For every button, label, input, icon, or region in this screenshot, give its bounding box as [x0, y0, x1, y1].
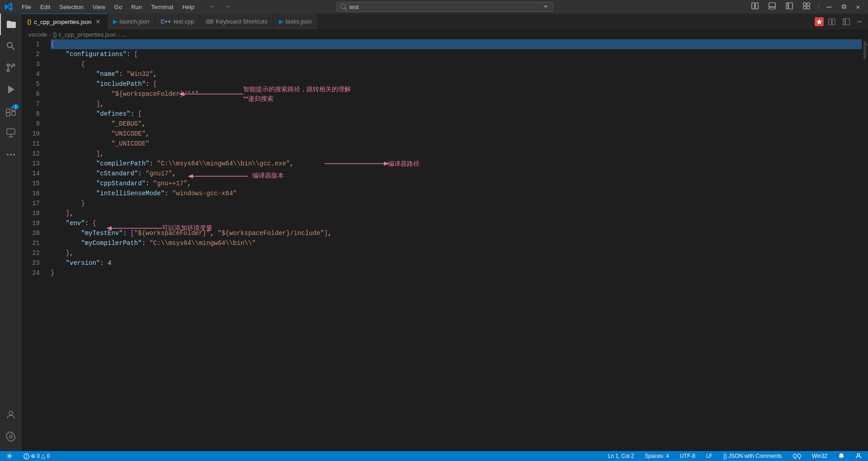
status-position[interactable]: Ln 1, Col 2 [605, 451, 637, 461]
status-platform[interactable]: Win32 [809, 451, 830, 461]
activity-more[interactable] [0, 144, 22, 165]
split-view-button[interactable] [826, 17, 838, 26]
code-line-2: "configurations": [ [51, 49, 862, 59]
breadcrumb-more[interactable]: ... [122, 31, 127, 38]
status-errors[interactable]: ⊕ 0 △ 0 [21, 451, 52, 461]
remote-status-icon [6, 453, 13, 459]
more-actions-button[interactable]: ⋯ [854, 16, 864, 27]
activity-extensions[interactable]: 1 [0, 100, 22, 122]
notification-icon [838, 453, 844, 459]
code-line-23: "version": 4 [51, 258, 862, 268]
menu-edit[interactable]: Edit [37, 3, 54, 11]
line-num-4: 4 [22, 69, 45, 79]
tab-cpp-props-close[interactable]: ✕ [94, 18, 102, 26]
editor-area: {} c_cpp_properties.json ✕ ▶ launch.json… [22, 14, 868, 451]
gear-icon [5, 431, 16, 442]
svg-rect-0 [752, 3, 755, 9]
activity-source-control[interactable] [0, 57, 22, 79]
status-language[interactable]: {} JSON with Comments [721, 451, 784, 461]
line-num-23: 23 [22, 258, 45, 268]
tab-cpp-props[interactable]: {} c_cpp_properties.json ✕ [22, 14, 108, 29]
git-icon [5, 62, 16, 73]
code-line-20: "myTestEnv": ["${workspaceFolder}", "${w… [51, 228, 862, 238]
status-eol[interactable]: LF [703, 451, 715, 461]
line-num-16: 16 [22, 188, 45, 198]
status-bar-right: Ln 1, Col 2 Spaces: 4 UTF-8 LF {} JSON w… [605, 451, 865, 461]
menu-file[interactable]: File [18, 3, 35, 11]
search-bar[interactable] [336, 2, 553, 12]
code-editor[interactable]: 1 2 3 4 5 6 7 8 9 10 11 12 13 14 15 16 1… [22, 39, 868, 451]
svg-point-36 [26, 457, 27, 457]
breadcrumb-vscode[interactable]: .vscode [27, 31, 47, 38]
code-line-8: "defines": [ [51, 109, 862, 119]
search-dropdown-icon[interactable] [543, 4, 549, 10]
svg-point-21 [10, 154, 12, 155]
debug-icon [5, 84, 16, 95]
line-num-18: 18 [22, 208, 45, 218]
status-notifications[interactable] [835, 451, 847, 461]
breadcrumb-sep-1: › [49, 31, 51, 38]
tab-actions: ⋯ [815, 14, 868, 29]
activity-remote[interactable] [0, 122, 22, 144]
maximize-button[interactable]: ⧉ [838, 2, 850, 11]
nav-forward-button[interactable]: → [221, 2, 233, 12]
svg-rect-8 [803, 6, 806, 9]
toggle-panel-button[interactable] [765, 1, 779, 12]
activity-run-debug[interactable] [0, 79, 22, 100]
main-container: 1 {} c_cpp_properties.json ✕ [0, 14, 868, 451]
tab-launch-label: launch.json [120, 18, 150, 25]
menu-view[interactable]: View [89, 3, 109, 11]
status-qq[interactable]: QQ [790, 451, 804, 461]
line-num-14: 14 [22, 169, 45, 179]
code-line-7: ], [51, 99, 862, 109]
search-input[interactable] [349, 4, 540, 10]
tab-launch[interactable]: ▶ launch.json [108, 14, 156, 29]
svg-rect-27 [843, 19, 845, 25]
svg-rect-3 [769, 7, 775, 9]
extension-badge[interactable] [815, 17, 824, 26]
code-line-22: }, [51, 248, 862, 258]
tab-json-icon: {} [27, 19, 31, 25]
toggle-sidebar-button[interactable] [782, 1, 797, 12]
menu-help[interactable]: Help [179, 3, 198, 11]
minimize-button[interactable]: — [823, 1, 835, 12]
line-num-7: 7 [22, 99, 45, 109]
error-icon [24, 453, 29, 459]
status-encoding[interactable]: UTF-8 [677, 451, 698, 461]
tab-tasks[interactable]: ▶ tasks.json [274, 14, 318, 29]
status-account-bottom[interactable] [853, 451, 864, 461]
activity-search[interactable] [0, 35, 22, 57]
tab-test-cpp[interactable]: C++ test.cpp [155, 14, 200, 29]
menu-go[interactable]: Go [111, 3, 126, 11]
title-bar: File Edit Selection View Go Run Terminal… [0, 0, 868, 14]
svg-rect-28 [845, 19, 849, 25]
menu-terminal[interactable]: Terminal [147, 3, 177, 11]
svg-point-20 [7, 154, 9, 155]
custom-layout-button[interactable] [799, 1, 814, 12]
breadcrumb-file[interactable]: {} c_cpp_properties.json [53, 31, 116, 38]
activity-account[interactable] [0, 404, 22, 426]
scrollbar-track[interactable] [862, 39, 868, 451]
status-remote-indicator[interactable] [4, 451, 17, 461]
menu-run[interactable]: Run [127, 3, 146, 11]
code-line-21: "myCompilerPath": "C:\\msys64\\mingw64\\… [51, 238, 862, 248]
close-button[interactable]: ✕ [853, 2, 863, 12]
code-line-19: "env": { [51, 218, 862, 228]
tab-bar: {} c_cpp_properties.json ✕ ▶ launch.json… [22, 14, 868, 29]
split-editor-button[interactable] [748, 1, 762, 13]
activity-explorer[interactable] [0, 14, 22, 35]
remote-icon [5, 127, 16, 138]
toggle-sidebar-tab-button[interactable] [840, 17, 853, 26]
svg-point-33 [9, 455, 10, 457]
svg-rect-25 [829, 19, 831, 25]
extensions-badge: 1 [13, 104, 19, 109]
account-icon [5, 409, 16, 420]
tab-keyboard-shortcuts[interactable]: ⌨ Keyboard Shortcuts [200, 14, 274, 29]
menu-selection[interactable]: Selection [56, 3, 87, 11]
code-content[interactable]: { "configurations": [ { "name": "Win32", [49, 39, 862, 451]
status-spaces[interactable]: Spaces: 4 [642, 451, 672, 461]
nav-back-button[interactable]: ← [207, 2, 219, 12]
line-num-20: 20 [22, 228, 45, 238]
activity-settings[interactable] [0, 426, 22, 447]
code-line-18: ], [51, 208, 862, 218]
